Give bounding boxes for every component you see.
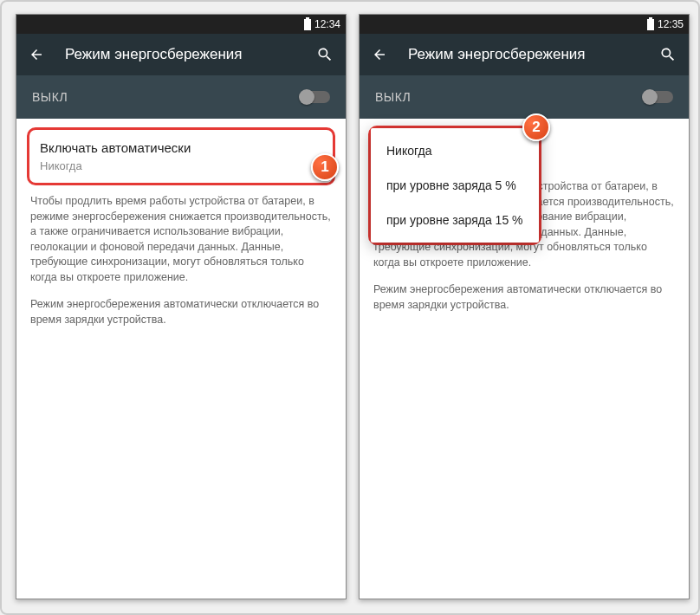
description-text-2: Режим энергосбережения автоматически отк… (373, 282, 675, 313)
battery-icon (647, 19, 654, 30)
popup-option-15pct[interactable]: при уровне заряда 15 % (371, 203, 539, 237)
options-popup-highlight: Никогда при уровне заряда 5 % при уровне… (368, 126, 541, 245)
options-popup: Никогда при уровне заряда 5 % при уровне… (371, 128, 539, 243)
toggle-row: ВЫКЛ (16, 75, 346, 119)
power-saver-switch[interactable] (644, 91, 673, 103)
phone-screenshot-right: 12:35 Режим энергосбережения ВЫКЛ Чтобы … (359, 14, 690, 599)
back-icon[interactable] (29, 47, 44, 62)
battery-icon (304, 19, 311, 30)
status-time: 12:34 (314, 18, 340, 30)
step-badge-2: 2 (522, 113, 550, 141)
search-icon[interactable] (316, 46, 334, 63)
toggle-row: ВЫКЛ (360, 75, 689, 119)
back-icon[interactable] (372, 47, 387, 62)
phone-screenshot-left: 12:34 Режим энергосбережения ВЫКЛ Включа… (16, 14, 347, 599)
status-time: 12:35 (658, 18, 684, 30)
pref-subtitle: Никогда (40, 159, 322, 174)
description-text: Чтобы продлить время работы устройства о… (30, 194, 332, 285)
popup-option-5pct[interactable]: при уровне заряда 5 % (371, 168, 539, 203)
description-text-2: Режим энергосбережения автоматически отк… (30, 297, 332, 327)
status-bar: 12:34 (16, 15, 346, 34)
page-title: Режим энергосбережения (65, 46, 295, 63)
app-bar: Режим энергосбережения (16, 34, 346, 75)
content-area: Включать автоматически Никогда Чтобы про… (16, 119, 346, 352)
auto-enable-preference[interactable]: Включать автоматически Никогда (27, 127, 335, 185)
page-title: Режим энергосбережения (408, 46, 638, 63)
pref-title: Включать автоматически (40, 139, 322, 157)
app-bar: Режим энергосбережения (360, 34, 689, 75)
popup-option-never[interactable]: Никогда (371, 133, 539, 168)
toggle-label: ВЫКЛ (375, 90, 411, 104)
power-saver-switch[interactable] (301, 91, 330, 103)
toggle-label: ВЫКЛ (32, 90, 68, 104)
step-badge-1: 1 (311, 153, 339, 181)
status-bar: 12:35 (360, 15, 689, 34)
search-icon[interactable] (659, 46, 677, 63)
